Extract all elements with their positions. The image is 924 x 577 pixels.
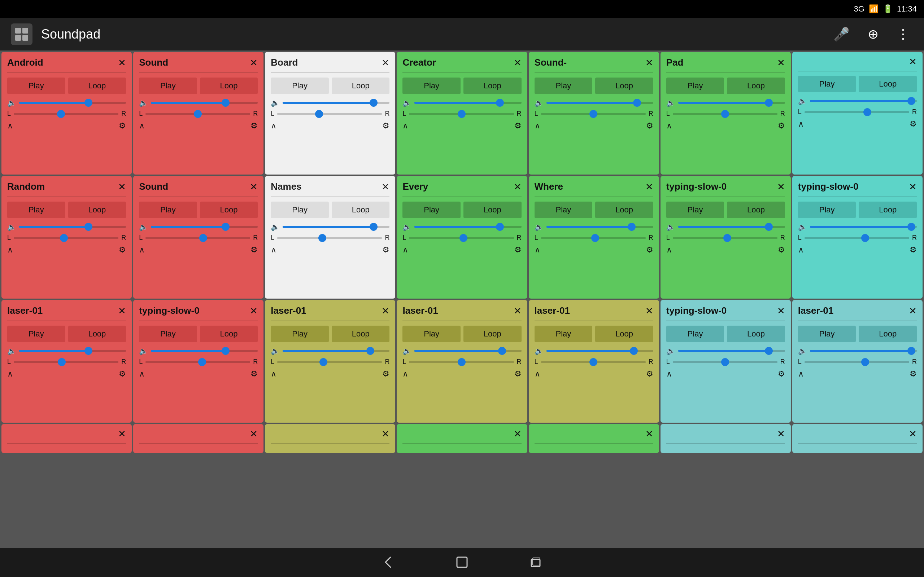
card-close-7[interactable]: ✕ xyxy=(118,182,126,192)
add-button[interactable]: ⊕ xyxy=(864,23,882,45)
settings-icon-12[interactable]: ⚙ xyxy=(778,245,785,255)
volume-thumb-1[interactable] xyxy=(221,99,229,107)
volume-track-16[interactable] xyxy=(283,350,389,352)
settings-icon-13[interactable]: ⚙ xyxy=(909,245,917,255)
play-button-15[interactable]: Play xyxy=(139,326,197,342)
back-button[interactable] xyxy=(380,554,396,571)
card-close-1[interactable]: ✕ xyxy=(250,58,258,68)
card-close-3[interactable]: ✕ xyxy=(514,58,522,68)
lr-thumb-3[interactable] xyxy=(458,110,465,118)
card-close-6[interactable]: ✕ xyxy=(909,57,917,66)
card-close-15[interactable]: ✕ xyxy=(250,306,258,316)
play-button-9[interactable]: Play xyxy=(271,201,329,218)
loop-button-1[interactable]: Loop xyxy=(200,77,258,94)
card-close-22[interactable]: ✕ xyxy=(250,429,258,438)
expand-icon-19[interactable]: ∧ xyxy=(666,369,672,379)
expand-icon-10[interactable]: ∧ xyxy=(402,245,408,255)
expand-icon-3[interactable]: ∧ xyxy=(402,121,408,131)
card-close-27[interactable]: ✕ xyxy=(909,429,917,438)
expand-icon-6[interactable]: ∧ xyxy=(798,119,804,129)
play-button-14[interactable]: Play xyxy=(7,326,65,342)
loop-button-4[interactable]: Loop xyxy=(595,77,653,94)
volume-thumb-11[interactable] xyxy=(628,223,636,231)
loop-button-9[interactable]: Loop xyxy=(332,201,390,218)
lr-thumb-14[interactable] xyxy=(58,358,66,366)
lr-track-16[interactable] xyxy=(277,361,382,363)
volume-thumb-5[interactable] xyxy=(765,99,773,107)
card-close-0[interactable]: ✕ xyxy=(118,58,126,68)
volume-track-19[interactable] xyxy=(678,350,785,352)
settings-icon-10[interactable]: ⚙ xyxy=(514,245,522,255)
lr-track-11[interactable] xyxy=(541,237,646,239)
settings-icon-18[interactable]: ⚙ xyxy=(646,369,653,379)
card-close-16[interactable]: ✕ xyxy=(381,306,389,316)
loop-button-8[interactable]: Loop xyxy=(200,201,258,218)
lr-track-5[interactable] xyxy=(673,113,777,115)
volume-track-10[interactable] xyxy=(414,226,521,228)
play-button-3[interactable]: Play xyxy=(402,77,460,94)
lr-thumb-7[interactable] xyxy=(60,234,68,242)
lr-track-13[interactable] xyxy=(804,237,909,239)
card-close-11[interactable]: ✕ xyxy=(645,182,653,192)
loop-button-18[interactable]: Loop xyxy=(595,326,653,342)
expand-icon-15[interactable]: ∧ xyxy=(139,369,145,379)
play-button-1[interactable]: Play xyxy=(139,77,197,94)
lr-track-0[interactable] xyxy=(14,113,118,115)
card-close-9[interactable]: ✕ xyxy=(381,182,389,192)
expand-icon-4[interactable]: ∧ xyxy=(535,121,540,131)
settings-icon-9[interactable]: ⚙ xyxy=(382,245,389,255)
card-close-2[interactable]: ✕ xyxy=(381,58,389,68)
lr-track-6[interactable] xyxy=(804,111,909,113)
loop-button-2[interactable]: Loop xyxy=(332,77,390,94)
lr-thumb-0[interactable] xyxy=(57,110,65,118)
settings-icon-16[interactable]: ⚙ xyxy=(382,369,389,379)
settings-icon-17[interactable]: ⚙ xyxy=(514,369,522,379)
lr-track-12[interactable] xyxy=(673,237,777,239)
volume-thumb-17[interactable] xyxy=(498,347,506,355)
expand-icon-18[interactable]: ∧ xyxy=(535,369,540,379)
volume-track-4[interactable] xyxy=(546,102,653,104)
play-button-19[interactable]: Play xyxy=(666,326,724,342)
expand-icon-9[interactable]: ∧ xyxy=(271,245,276,255)
settings-icon-0[interactable]: ⚙ xyxy=(119,121,126,131)
volume-track-14[interactable] xyxy=(19,350,126,352)
loop-button-14[interactable]: Loop xyxy=(68,326,126,342)
loop-button-0[interactable]: Loop xyxy=(68,77,126,94)
volume-track-7[interactable] xyxy=(19,226,126,228)
lr-thumb-12[interactable] xyxy=(723,234,731,242)
volume-track-3[interactable] xyxy=(414,102,521,104)
loop-button-12[interactable]: Loop xyxy=(727,201,785,218)
expand-icon-5[interactable]: ∧ xyxy=(666,121,672,131)
lr-thumb-6[interactable] xyxy=(863,108,871,116)
card-close-12[interactable]: ✕ xyxy=(777,182,785,192)
lr-thumb-10[interactable] xyxy=(459,234,467,242)
expand-icon-20[interactable]: ∧ xyxy=(798,369,804,379)
lr-thumb-1[interactable] xyxy=(194,110,202,118)
card-close-19[interactable]: ✕ xyxy=(777,306,785,316)
card-close-13[interactable]: ✕ xyxy=(909,182,917,192)
expand-icon-7[interactable]: ∧ xyxy=(7,245,13,255)
volume-track-20[interactable] xyxy=(810,350,917,352)
volume-thumb-14[interactable] xyxy=(84,347,92,355)
card-close-20[interactable]: ✕ xyxy=(909,306,917,316)
settings-icon-8[interactable]: ⚙ xyxy=(250,245,258,255)
recents-button[interactable] xyxy=(528,554,544,571)
card-close-26[interactable]: ✕ xyxy=(777,429,785,438)
card-close-17[interactable]: ✕ xyxy=(514,306,522,316)
lr-track-17[interactable] xyxy=(409,361,514,363)
lr-track-10[interactable] xyxy=(409,237,514,239)
play-button-20[interactable]: Play xyxy=(798,326,856,342)
lr-track-8[interactable] xyxy=(145,237,250,239)
lr-track-15[interactable] xyxy=(145,361,250,363)
volume-track-6[interactable] xyxy=(810,100,917,102)
volume-track-8[interactable] xyxy=(151,226,258,228)
loop-button-11[interactable]: Loop xyxy=(595,201,653,218)
card-close-8[interactable]: ✕ xyxy=(250,182,258,192)
card-close-14[interactable]: ✕ xyxy=(118,306,126,316)
volume-thumb-12[interactable] xyxy=(765,223,773,231)
loop-button-17[interactable]: Loop xyxy=(464,326,522,342)
card-close-18[interactable]: ✕ xyxy=(645,306,653,316)
card-close-5[interactable]: ✕ xyxy=(777,58,785,68)
lr-thumb-9[interactable] xyxy=(318,234,326,242)
lr-thumb-18[interactable] xyxy=(590,358,597,366)
